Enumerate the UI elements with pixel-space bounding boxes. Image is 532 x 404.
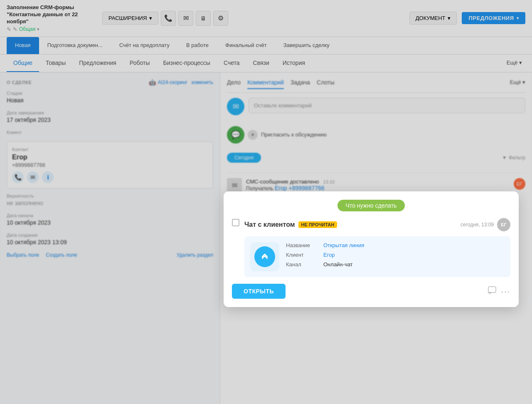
field-row-name: Название Открытая линия [286, 242, 505, 248]
field-row-client: Клиент Егор [286, 252, 505, 258]
unread-badge: НЕ ПРОЧИТАН [298, 221, 337, 228]
modal-bottom-row: ОТКРЫТЬ ··· [232, 284, 510, 299]
chat-fields: Название Открытая линия Клиент Егор Кана… [286, 242, 505, 271]
field-row-channel: Канал Онлайн-чат [286, 261, 505, 268]
chat-title: Чат с клиентом [244, 221, 295, 228]
dots-menu-btn[interactable]: ··· [501, 287, 510, 296]
modal-icon-group: ··· [488, 286, 510, 297]
chat-icon-area [250, 242, 279, 271]
open-button[interactable]: ОТКРЫТЬ [232, 284, 286, 299]
chat-checkbox[interactable] [232, 219, 239, 226]
field-client-value[interactable]: Егор [323, 252, 335, 258]
chat-icon [254, 246, 275, 267]
todo-badge: Что нужно сделать [337, 200, 405, 211]
chat-info: Чат с клиентом НЕ ПРОЧИТАН сегодня, 13:0… [244, 218, 510, 277]
svg-rect-1 [488, 287, 496, 292]
chat-time: сегодня, 13:09 [461, 222, 494, 228]
modal-header: Что нужно сделать [232, 200, 510, 211]
svg-point-0 [259, 251, 271, 263]
modal-card: Что нужно сделать Чат с клиентом НЕ ПРОЧ… [224, 191, 519, 307]
field-name-value[interactable]: Открытая линия [323, 242, 364, 248]
comment-icon-btn[interactable] [488, 286, 497, 297]
field-channel-value: Онлайн-чат [323, 261, 353, 268]
chat-details: Название Открытая линия Клиент Егор Кана… [244, 236, 510, 277]
chat-row: Чат с клиентом НЕ ПРОЧИТАН сегодня, 13:0… [232, 218, 510, 277]
chat-user-avatar: ЕГ [497, 218, 510, 231]
